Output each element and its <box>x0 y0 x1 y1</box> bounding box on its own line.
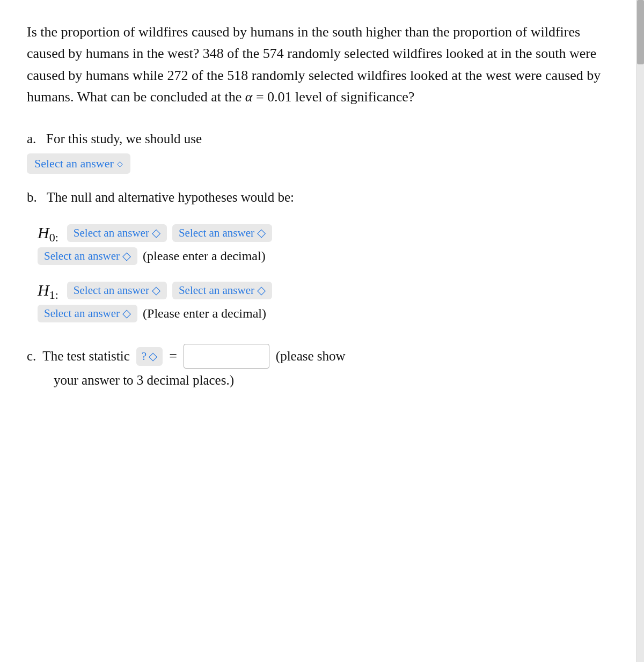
h1-row1: H1: Select an answer ◇ Select an answer … <box>38 281 606 299</box>
h0-row2: Select an answer ◇ (please enter a decim… <box>38 247 606 265</box>
h1-dropdown2[interactable]: Select an answer ◇ <box>172 282 272 299</box>
section-c-row: c. The test statistic ? ◇ = (please show <box>27 344 606 369</box>
h0-chevron1-icon: ◇ <box>152 226 160 240</box>
h1-subscript: 1: <box>49 288 58 301</box>
h0-decimal-note: (please enter a decimal) <box>143 249 266 263</box>
scrollbar-thumb[interactable] <box>637 0 644 64</box>
h1-row2: Select an answer ◇ (Please enter a decim… <box>38 305 606 322</box>
chevron-icon: ◇ <box>117 159 123 168</box>
section-c-letter: c. <box>27 349 36 364</box>
h0-dropdown1[interactable]: Select an answer ◇ <box>67 224 167 242</box>
test-statistic-input[interactable] <box>184 344 269 369</box>
h0-chevron3-icon: ◇ <box>122 249 131 263</box>
section-c-second-line: your answer to 3 decimal places.) <box>54 373 606 388</box>
section-b-text: The null and alternative hypotheses woul… <box>47 190 294 204</box>
h0-dropdown3-label: Select an answer <box>44 249 120 263</box>
h1-chevron2-icon: ◇ <box>257 284 266 297</box>
h0-dropdown1-label: Select an answer <box>74 226 149 240</box>
c-chevron-icon: ◇ <box>149 350 157 363</box>
h1-dropdown1-label: Select an answer <box>74 284 149 297</box>
h1-decimal-note: (Please enter a decimal) <box>143 306 266 321</box>
h0-block: H0: Select an answer ◇ Select an answer … <box>38 224 606 265</box>
h1-dropdown1[interactable]: Select an answer ◇ <box>67 282 167 299</box>
section-b: b. The null and alternative hypotheses w… <box>27 190 617 322</box>
alpha-symbol: α <box>245 89 253 105</box>
h1-dropdown2-label: Select an answer <box>179 284 254 297</box>
section-a-dropdown[interactable]: Select an answer ◇ <box>27 153 130 174</box>
h1-chevron1-icon: ◇ <box>152 284 160 297</box>
section-c-type-dropdown[interactable]: ? ◇ <box>136 347 163 366</box>
h0-chevron2-icon: ◇ <box>257 226 266 240</box>
h0-row1: H0: Select an answer ◇ Select an answer … <box>38 224 606 242</box>
section-c-text: The test statistic <box>42 349 129 364</box>
question-text: Is the proportion of wildfires caused by… <box>27 21 617 108</box>
scrollbar[interactable] <box>636 0 644 662</box>
section-a: a. For this study, we should use Select … <box>27 129 617 174</box>
h1-chevron3-icon: ◇ <box>122 307 131 320</box>
section-c-equals: = <box>169 348 177 364</box>
section-a-text: For this study, we should use <box>46 131 202 146</box>
section-a-letter: a. <box>27 131 36 146</box>
h1-dropdown3[interactable]: Select an answer ◇ <box>38 305 137 322</box>
h0-dropdown3[interactable]: Select an answer ◇ <box>38 247 137 265</box>
section-c: c. The test statistic ? ◇ = (please show… <box>27 344 617 388</box>
c-question-mark: ? <box>142 350 147 363</box>
section-c-please-show: (please show <box>276 349 346 364</box>
section-a-dropdown-label: Select an answer <box>34 157 114 171</box>
h1-dropdown3-label: Select an answer <box>44 307 120 320</box>
h1-label: H1: <box>38 281 58 299</box>
page-container: Is the proportion of wildfires caused by… <box>0 0 644 662</box>
h0-label: H0: <box>38 224 58 242</box>
h0-dropdown2[interactable]: Select an answer ◇ <box>172 224 272 242</box>
h0-subscript: 0: <box>49 231 58 244</box>
section-b-title: b. The null and alternative hypotheses w… <box>27 190 606 205</box>
section-b-letter: b. <box>27 190 37 204</box>
section-a-label: a. For this study, we should use <box>27 129 606 148</box>
h0-dropdown2-label: Select an answer <box>179 226 254 240</box>
h1-block: H1: Select an answer ◇ Select an answer … <box>38 281 606 322</box>
